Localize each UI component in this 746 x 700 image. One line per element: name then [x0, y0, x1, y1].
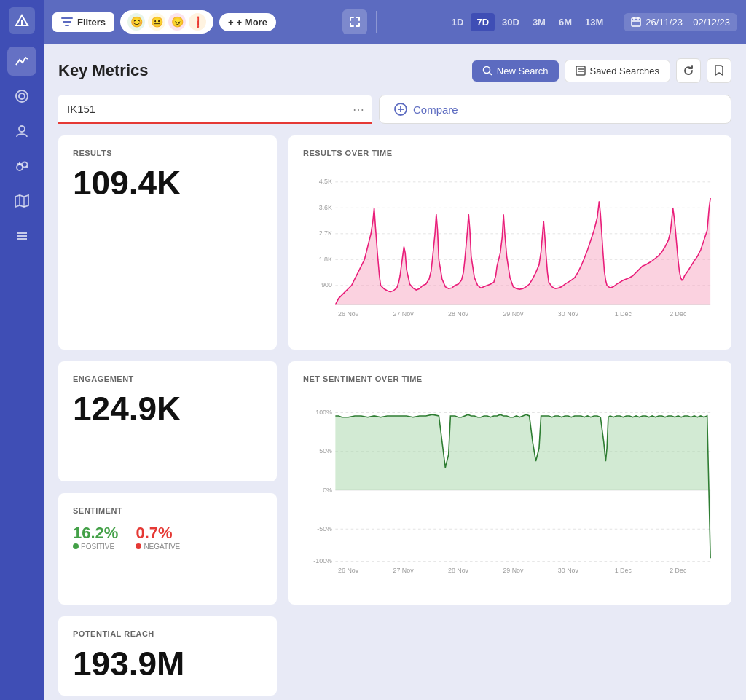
neutral-pill[interactable]: 😐 [148, 13, 165, 31]
time-range-group: 1D 7D 30D 3M 6M 13M [446, 13, 610, 31]
negative-pill[interactable]: 😠 [168, 13, 186, 31]
svg-text:29 Nov: 29 Nov [503, 567, 524, 574]
engagement-card: ENGAGEMENT 124.9K [58, 361, 277, 481]
engagement-value: 124.9K [73, 390, 262, 428]
page-title: Key Metrics [58, 61, 149, 80]
svg-text:27 Nov: 27 Nov [393, 567, 415, 574]
sidebar-item-analytics[interactable] [7, 47, 36, 76]
toolbar-divider [376, 11, 377, 33]
svg-text:2 Dec: 2 Dec [670, 567, 687, 574]
sidebar-item-person[interactable] [7, 117, 36, 146]
svg-text:50%: 50% [319, 447, 332, 455]
svg-line-8 [27, 167, 28, 168]
sidebar-item-list[interactable] [7, 221, 36, 251]
filters-button[interactable]: Filters [52, 12, 114, 32]
sentiment-label: SENTIMENT [73, 506, 262, 515]
potential-reach-label: POTENTIAL REACH [73, 629, 262, 638]
potential-reach-value: 193.9M [73, 645, 262, 683]
sentiment-card: SENTIMENT 16.2% POSITIVE 0.7% NEGATIV [58, 493, 277, 605]
time-1d[interactable]: 1D [446, 13, 470, 31]
svg-text:26 Nov: 26 Nov [338, 567, 359, 574]
alert-pill[interactable]: ❗ [189, 13, 206, 31]
svg-text:-50%: -50% [317, 525, 332, 532]
positive-pill[interactable]: 😊 [127, 13, 145, 31]
toolbar: Filters 😊 😐 😠 ❗ + + More 1D 7D 30D 3M 6M… [44, 0, 746, 44]
svg-point-1 [16, 90, 28, 102]
metrics-header: Key Metrics New Search Saved Searches [58, 58, 731, 83]
negative-label: NEGATIVE [136, 543, 180, 551]
compare-label: Compare [413, 103, 458, 116]
svg-text:28 Nov: 28 Nov [448, 310, 469, 318]
sentiment-filter-pills: 😊 😐 😠 ❗ [120, 10, 213, 34]
search-bar-row: ⋯ Compare [58, 95, 731, 124]
sidebar-item-layers[interactable] [7, 82, 36, 111]
time-13m[interactable]: 13M [579, 13, 609, 31]
svg-marker-9 [15, 195, 28, 207]
positive-dot [73, 543, 79, 549]
svg-text:100%: 100% [315, 409, 332, 416]
svg-text:4.5K: 4.5K [319, 178, 332, 185]
positive-pct: 16.2% [73, 524, 118, 543]
engagement-label: ENGAGEMENT [73, 374, 262, 383]
svg-text:2 Dec: 2 Dec [670, 310, 687, 318]
search-input[interactable] [58, 95, 372, 124]
svg-line-20 [489, 73, 492, 76]
search-input-wrapper: ⋯ [58, 95, 372, 124]
time-30d[interactable]: 30D [496, 13, 525, 31]
svg-text:1 Dec: 1 Dec [615, 567, 632, 574]
svg-text:28 Nov: 28 Nov [448, 567, 469, 574]
search-more-icon[interactable]: ⋯ [353, 103, 364, 117]
svg-text:3.6K: 3.6K [319, 204, 332, 211]
svg-rect-21 [576, 66, 585, 75]
sidebar [0, 0, 44, 700]
net-sentiment-title: NET SENTIMENT OVER TIME [303, 374, 717, 383]
svg-text:27 Nov: 27 Nov [393, 310, 415, 318]
net-sentiment-svg: 100% 50% 0% -50% -100% 26 Nov 27 Nov 28 … [303, 392, 717, 589]
negative-sentiment: 0.7% NEGATIVE [136, 524, 180, 551]
results-chart-svg: 4.5K 3.6K 2.7K 1.8K 900 26 Nov 27 Nov 28… [303, 166, 717, 334]
negative-pct: 0.7% [136, 524, 180, 543]
results-card: RESULTS 109.4K [58, 135, 277, 350]
sidebar-item-map[interactable] [7, 186, 36, 216]
svg-point-7 [23, 162, 28, 168]
save-button[interactable] [707, 58, 731, 83]
plus-icon: + [228, 17, 234, 28]
svg-text:30 Nov: 30 Nov [558, 567, 579, 574]
expand-button[interactable] [342, 9, 367, 34]
results-value: 109.4K [73, 165, 262, 202]
time-7d[interactable]: 7D [471, 13, 495, 31]
svg-text:0%: 0% [323, 487, 332, 494]
refresh-button[interactable] [676, 58, 701, 83]
date-range[interactable]: 26/11/23 – 02/12/23 [624, 13, 737, 31]
saved-searches-label: Saved Searches [590, 66, 659, 76]
time-3m[interactable]: 3M [527, 13, 551, 31]
saved-searches-button[interactable]: Saved Searches [565, 60, 670, 82]
sentiment-values: 16.2% POSITIVE 0.7% NEGATIVE [73, 524, 262, 551]
results-over-time-card: RESULTS OVER TIME 4.5K 3.6K 2.7K 1.8K 90… [288, 135, 731, 350]
content-area: Key Metrics New Search Saved Searches [44, 44, 746, 700]
svg-text:29 Nov: 29 Nov [503, 310, 524, 318]
negative-dot [136, 543, 141, 549]
svg-text:30 Nov: 30 Nov [558, 310, 579, 318]
svg-point-3 [19, 126, 25, 132]
compare-button[interactable]: Compare [379, 95, 731, 124]
new-search-button[interactable]: New Search [472, 60, 559, 82]
positive-label: POSITIVE [73, 543, 118, 551]
svg-text:1 Dec: 1 Dec [615, 310, 632, 318]
time-6m[interactable]: 6M [553, 13, 578, 31]
sidebar-item-gender[interactable] [7, 152, 36, 181]
svg-text:-100%: -100% [313, 557, 332, 565]
svg-point-2 [19, 93, 25, 99]
main-content: Filters 😊 😐 😠 ❗ + + More 1D 7D 30D 3M 6M… [44, 0, 746, 700]
svg-text:26 Nov: 26 Nov [338, 310, 359, 318]
metrics-grid: RESULTS 109.4K RESULTS OVER TIME 4.5K 3.… [58, 135, 731, 696]
more-button[interactable]: + + More [219, 13, 276, 31]
results-chart-title: RESULTS OVER TIME [303, 149, 717, 157]
svg-text:1.8K: 1.8K [319, 256, 332, 263]
positive-sentiment: 16.2% POSITIVE [73, 524, 118, 551]
logo [9, 7, 35, 34]
net-sentiment-card: NET SENTIMENT OVER TIME 100% 50% 0% -50%… [288, 361, 731, 605]
svg-point-19 [483, 67, 490, 74]
more-label: + More [237, 17, 267, 28]
svg-text:900: 900 [321, 281, 332, 288]
